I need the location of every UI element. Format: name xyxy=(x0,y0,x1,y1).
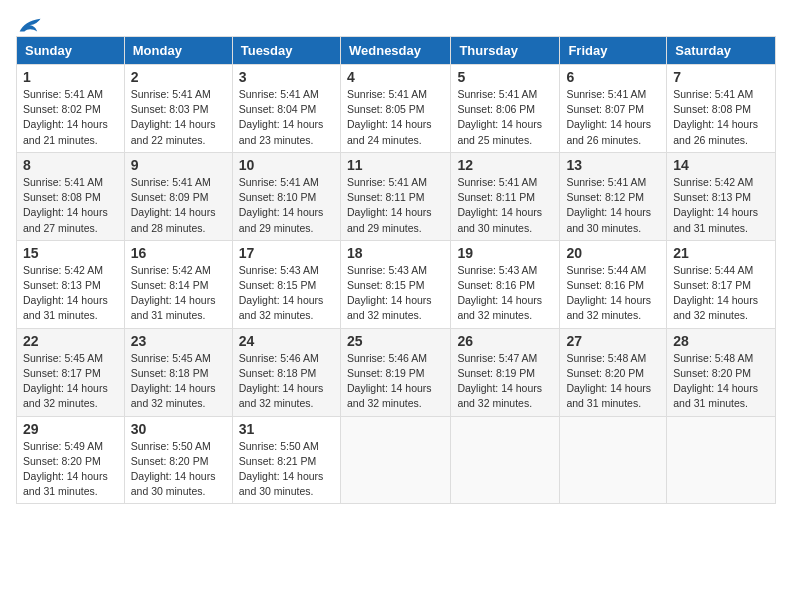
calendar-cell: 17Sunrise: 5:43 AMSunset: 8:15 PMDayligh… xyxy=(232,240,340,328)
calendar-cell: 11Sunrise: 5:41 AMSunset: 8:11 PMDayligh… xyxy=(340,152,450,240)
day-number: 22 xyxy=(23,333,118,349)
calendar-cell: 23Sunrise: 5:45 AMSunset: 8:18 PMDayligh… xyxy=(124,328,232,416)
day-number: 2 xyxy=(131,69,226,85)
day-info: Sunrise: 5:48 AMSunset: 8:20 PMDaylight:… xyxy=(566,352,651,410)
calendar-cell: 1Sunrise: 5:41 AMSunset: 8:02 PMDaylight… xyxy=(17,65,125,153)
calendar-week-row: 8Sunrise: 5:41 AMSunset: 8:08 PMDaylight… xyxy=(17,152,776,240)
day-number: 9 xyxy=(131,157,226,173)
day-info: Sunrise: 5:45 AMSunset: 8:18 PMDaylight:… xyxy=(131,352,216,410)
calendar-cell: 5Sunrise: 5:41 AMSunset: 8:06 PMDaylight… xyxy=(451,65,560,153)
calendar-cell: 10Sunrise: 5:41 AMSunset: 8:10 PMDayligh… xyxy=(232,152,340,240)
day-number: 30 xyxy=(131,421,226,437)
calendar-cell: 31Sunrise: 5:50 AMSunset: 8:21 PMDayligh… xyxy=(232,416,340,504)
day-info: Sunrise: 5:41 AMSunset: 8:08 PMDaylight:… xyxy=(673,88,758,146)
day-number: 4 xyxy=(347,69,444,85)
day-info: Sunrise: 5:42 AMSunset: 8:14 PMDaylight:… xyxy=(131,264,216,322)
day-number: 15 xyxy=(23,245,118,261)
day-number: 20 xyxy=(566,245,660,261)
day-number: 26 xyxy=(457,333,553,349)
calendar-cell: 7Sunrise: 5:41 AMSunset: 8:08 PMDaylight… xyxy=(667,65,776,153)
day-number: 16 xyxy=(131,245,226,261)
calendar-cell: 24Sunrise: 5:46 AMSunset: 8:18 PMDayligh… xyxy=(232,328,340,416)
logo xyxy=(16,16,42,28)
day-info: Sunrise: 5:41 AMSunset: 8:09 PMDaylight:… xyxy=(131,176,216,234)
day-info: Sunrise: 5:42 AMSunset: 8:13 PMDaylight:… xyxy=(23,264,108,322)
day-number: 28 xyxy=(673,333,769,349)
day-info: Sunrise: 5:43 AMSunset: 8:16 PMDaylight:… xyxy=(457,264,542,322)
day-number: 7 xyxy=(673,69,769,85)
calendar-cell: 3Sunrise: 5:41 AMSunset: 8:04 PMDaylight… xyxy=(232,65,340,153)
day-info: Sunrise: 5:42 AMSunset: 8:13 PMDaylight:… xyxy=(673,176,758,234)
day-header-wednesday: Wednesday xyxy=(340,37,450,65)
calendar-cell: 20Sunrise: 5:44 AMSunset: 8:16 PMDayligh… xyxy=(560,240,667,328)
calendar-cell xyxy=(340,416,450,504)
day-info: Sunrise: 5:41 AMSunset: 8:07 PMDaylight:… xyxy=(566,88,651,146)
day-number: 19 xyxy=(457,245,553,261)
day-number: 29 xyxy=(23,421,118,437)
day-info: Sunrise: 5:50 AMSunset: 8:21 PMDaylight:… xyxy=(239,440,324,498)
day-number: 12 xyxy=(457,157,553,173)
day-header-saturday: Saturday xyxy=(667,37,776,65)
logo-bird-icon xyxy=(18,16,42,36)
day-info: Sunrise: 5:48 AMSunset: 8:20 PMDaylight:… xyxy=(673,352,758,410)
calendar-cell: 9Sunrise: 5:41 AMSunset: 8:09 PMDaylight… xyxy=(124,152,232,240)
day-info: Sunrise: 5:46 AMSunset: 8:19 PMDaylight:… xyxy=(347,352,432,410)
calendar-week-row: 1Sunrise: 5:41 AMSunset: 8:02 PMDaylight… xyxy=(17,65,776,153)
day-header-thursday: Thursday xyxy=(451,37,560,65)
day-info: Sunrise: 5:41 AMSunset: 8:04 PMDaylight:… xyxy=(239,88,324,146)
calendar-cell: 22Sunrise: 5:45 AMSunset: 8:17 PMDayligh… xyxy=(17,328,125,416)
day-number: 5 xyxy=(457,69,553,85)
day-number: 13 xyxy=(566,157,660,173)
calendar-week-row: 22Sunrise: 5:45 AMSunset: 8:17 PMDayligh… xyxy=(17,328,776,416)
day-info: Sunrise: 5:41 AMSunset: 8:12 PMDaylight:… xyxy=(566,176,651,234)
calendar-cell: 2Sunrise: 5:41 AMSunset: 8:03 PMDaylight… xyxy=(124,65,232,153)
calendar-cell: 6Sunrise: 5:41 AMSunset: 8:07 PMDaylight… xyxy=(560,65,667,153)
calendar-cell: 26Sunrise: 5:47 AMSunset: 8:19 PMDayligh… xyxy=(451,328,560,416)
day-info: Sunrise: 5:41 AMSunset: 8:10 PMDaylight:… xyxy=(239,176,324,234)
calendar-table: SundayMondayTuesdayWednesdayThursdayFrid… xyxy=(16,36,776,504)
calendar-cell xyxy=(560,416,667,504)
calendar-cell: 27Sunrise: 5:48 AMSunset: 8:20 PMDayligh… xyxy=(560,328,667,416)
day-info: Sunrise: 5:43 AMSunset: 8:15 PMDaylight:… xyxy=(347,264,432,322)
day-number: 3 xyxy=(239,69,334,85)
calendar-week-row: 29Sunrise: 5:49 AMSunset: 8:20 PMDayligh… xyxy=(17,416,776,504)
day-number: 25 xyxy=(347,333,444,349)
day-info: Sunrise: 5:45 AMSunset: 8:17 PMDaylight:… xyxy=(23,352,108,410)
day-info: Sunrise: 5:44 AMSunset: 8:16 PMDaylight:… xyxy=(566,264,651,322)
calendar-cell: 21Sunrise: 5:44 AMSunset: 8:17 PMDayligh… xyxy=(667,240,776,328)
day-info: Sunrise: 5:41 AMSunset: 8:08 PMDaylight:… xyxy=(23,176,108,234)
calendar-cell: 18Sunrise: 5:43 AMSunset: 8:15 PMDayligh… xyxy=(340,240,450,328)
day-info: Sunrise: 5:41 AMSunset: 8:02 PMDaylight:… xyxy=(23,88,108,146)
day-number: 11 xyxy=(347,157,444,173)
day-info: Sunrise: 5:41 AMSunset: 8:05 PMDaylight:… xyxy=(347,88,432,146)
day-header-tuesday: Tuesday xyxy=(232,37,340,65)
calendar-cell: 16Sunrise: 5:42 AMSunset: 8:14 PMDayligh… xyxy=(124,240,232,328)
day-number: 6 xyxy=(566,69,660,85)
calendar-cell: 8Sunrise: 5:41 AMSunset: 8:08 PMDaylight… xyxy=(17,152,125,240)
day-info: Sunrise: 5:46 AMSunset: 8:18 PMDaylight:… xyxy=(239,352,324,410)
day-header-sunday: Sunday xyxy=(17,37,125,65)
calendar-cell: 29Sunrise: 5:49 AMSunset: 8:20 PMDayligh… xyxy=(17,416,125,504)
day-number: 8 xyxy=(23,157,118,173)
day-info: Sunrise: 5:50 AMSunset: 8:20 PMDaylight:… xyxy=(131,440,216,498)
calendar-cell: 12Sunrise: 5:41 AMSunset: 8:11 PMDayligh… xyxy=(451,152,560,240)
day-number: 18 xyxy=(347,245,444,261)
day-number: 14 xyxy=(673,157,769,173)
day-number: 21 xyxy=(673,245,769,261)
day-number: 17 xyxy=(239,245,334,261)
day-info: Sunrise: 5:41 AMSunset: 8:06 PMDaylight:… xyxy=(457,88,542,146)
day-number: 10 xyxy=(239,157,334,173)
calendar-cell: 13Sunrise: 5:41 AMSunset: 8:12 PMDayligh… xyxy=(560,152,667,240)
calendar-cell: 28Sunrise: 5:48 AMSunset: 8:20 PMDayligh… xyxy=(667,328,776,416)
calendar-cell: 4Sunrise: 5:41 AMSunset: 8:05 PMDaylight… xyxy=(340,65,450,153)
day-info: Sunrise: 5:47 AMSunset: 8:19 PMDaylight:… xyxy=(457,352,542,410)
day-info: Sunrise: 5:44 AMSunset: 8:17 PMDaylight:… xyxy=(673,264,758,322)
calendar-header-row: SundayMondayTuesdayWednesdayThursdayFrid… xyxy=(17,37,776,65)
day-info: Sunrise: 5:43 AMSunset: 8:15 PMDaylight:… xyxy=(239,264,324,322)
day-info: Sunrise: 5:41 AMSunset: 8:03 PMDaylight:… xyxy=(131,88,216,146)
calendar-cell: 19Sunrise: 5:43 AMSunset: 8:16 PMDayligh… xyxy=(451,240,560,328)
calendar-week-row: 15Sunrise: 5:42 AMSunset: 8:13 PMDayligh… xyxy=(17,240,776,328)
day-number: 31 xyxy=(239,421,334,437)
calendar-cell: 14Sunrise: 5:42 AMSunset: 8:13 PMDayligh… xyxy=(667,152,776,240)
day-number: 24 xyxy=(239,333,334,349)
